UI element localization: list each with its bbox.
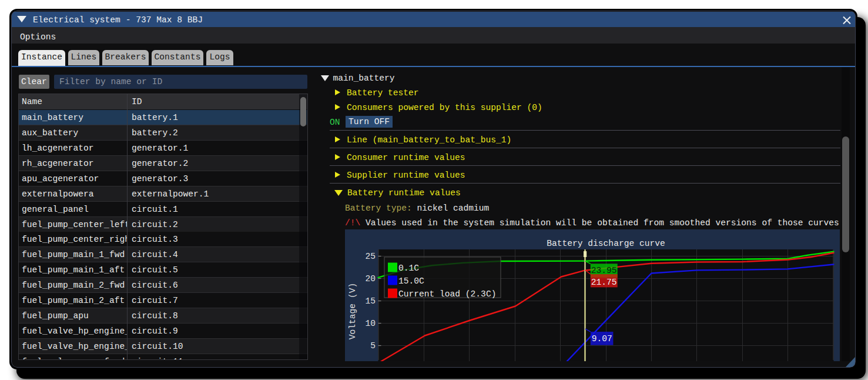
svg-text:15.0C: 15.0C	[398, 276, 424, 286]
svg-text:23.95: 23.95	[591, 266, 617, 275]
svg-text:0.1C: 0.1C	[398, 264, 419, 273]
svg-text:Current load (2.3C): Current load (2.3C)	[398, 289, 496, 299]
svg-text:5: 5	[370, 341, 376, 351]
svg-text:Voltage (V): Voltage (V)	[348, 283, 357, 339]
svg-text:10: 10	[365, 319, 376, 328]
svg-text:20: 20	[365, 274, 376, 284]
svg-text:Battery discharge curve: Battery discharge curve	[547, 239, 665, 248]
svg-text:21.75: 21.75	[591, 278, 617, 287]
svg-text:9.07: 9.07	[592, 334, 612, 344]
svg-text:15: 15	[365, 296, 376, 306]
svg-text:25: 25	[365, 252, 376, 261]
